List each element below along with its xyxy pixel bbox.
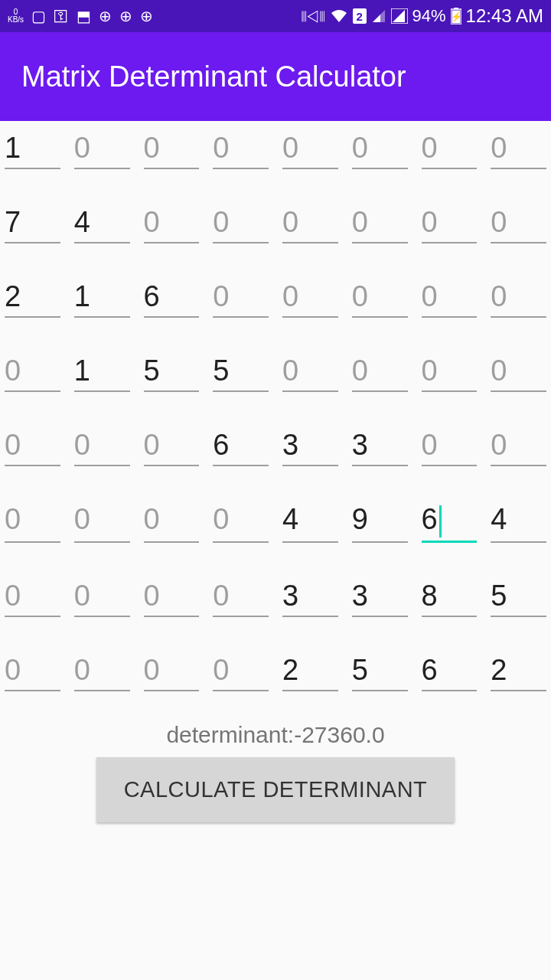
matrix-cell[interactable]: 2 bbox=[491, 649, 546, 691]
matrix-cell[interactable]: 2 bbox=[282, 649, 338, 691]
signal-icon bbox=[371, 8, 386, 24]
network-speed-icon: 0KB/s bbox=[8, 8, 24, 24]
matrix-cell[interactable]: 0 bbox=[5, 575, 60, 617]
matrix-cell[interactable]: 3 bbox=[352, 424, 408, 466]
matrix-cell[interactable]: 5 bbox=[144, 350, 200, 392]
matrix-cell[interactable]: 0 bbox=[213, 276, 269, 318]
matrix-row: 00002562 bbox=[5, 649, 546, 691]
calculate-button[interactable]: CALCULATE DETERMINANT bbox=[96, 757, 455, 822]
matrix-cell[interactable]: 5 bbox=[352, 649, 408, 691]
usb-icon: ⬒ bbox=[77, 7, 91, 25]
plus-circle-icon: ⊕ bbox=[140, 7, 153, 25]
matrix-cell[interactable]: 0 bbox=[213, 649, 269, 691]
matrix-cell[interactable]: 0 bbox=[491, 201, 546, 243]
matrix-cell[interactable]: 0 bbox=[5, 649, 60, 691]
matrix-row: 01550000 bbox=[5, 350, 546, 392]
matrix-cell[interactable]: 0 bbox=[213, 498, 269, 543]
matrix-cell[interactable]: 0 bbox=[282, 201, 338, 243]
sim-icon: 2 bbox=[353, 8, 367, 24]
matrix-cell[interactable]: 1 bbox=[5, 127, 60, 169]
matrix-cell[interactable]: 0 bbox=[144, 575, 200, 617]
matrix-row: 21600000 bbox=[5, 276, 546, 318]
wifi-icon bbox=[330, 8, 348, 24]
signal-icon bbox=[391, 8, 408, 24]
result-area: determinant:-27360.0 CALCULATE DETERMINA… bbox=[0, 722, 551, 822]
matrix-row: 10000000 bbox=[5, 127, 546, 169]
matrix-cell[interactable]: 8 bbox=[422, 575, 478, 617]
matrix-cell[interactable]: 0 bbox=[5, 424, 60, 466]
matrix-cell[interactable]: 0 bbox=[422, 276, 478, 318]
matrix-cell[interactable]: 1 bbox=[74, 350, 130, 392]
matrix-cell[interactable]: 0 bbox=[491, 424, 546, 466]
matrix-cell[interactable]: 7 bbox=[5, 201, 60, 243]
matrix-cell[interactable]: 0 bbox=[352, 201, 408, 243]
matrix-cell[interactable]: 0 bbox=[352, 350, 408, 392]
svg-text:⚡: ⚡ bbox=[451, 11, 461, 22]
matrix-cell[interactable]: 0 bbox=[491, 276, 546, 318]
matrix-grid: 1000000074000000216000000155000000063300… bbox=[0, 121, 551, 730]
matrix-row: 00003385 bbox=[5, 575, 546, 617]
matrix-cell[interactable]: 0 bbox=[144, 127, 200, 169]
clock-text: 12:43 AM bbox=[466, 5, 543, 27]
matrix-cell[interactable]: 0 bbox=[422, 350, 478, 392]
vibrate-icon: ⦀◁⦀ bbox=[301, 8, 325, 25]
matrix-cell[interactable]: 0 bbox=[74, 649, 130, 691]
matrix-cell[interactable]: 3 bbox=[352, 575, 408, 617]
battery-icon: ⚡ bbox=[451, 8, 461, 24]
key-icon: ⚿ bbox=[54, 8, 69, 25]
matrix-cell[interactable]: 4 bbox=[491, 498, 546, 543]
matrix-row: 00004964 bbox=[5, 498, 546, 543]
matrix-cell[interactable]: 0 bbox=[282, 127, 338, 169]
plus-circle-icon: ⊕ bbox=[119, 7, 132, 25]
matrix-cell[interactable]: 0 bbox=[422, 127, 478, 169]
matrix-cell[interactable]: 0 bbox=[74, 575, 130, 617]
matrix-cell[interactable]: 5 bbox=[213, 350, 269, 392]
matrix-cell[interactable]: 0 bbox=[74, 424, 130, 466]
matrix-cell[interactable]: 0 bbox=[144, 649, 200, 691]
plus-circle-icon: ⊕ bbox=[99, 7, 112, 25]
matrix-cell[interactable]: 0 bbox=[213, 575, 269, 617]
matrix-cell[interactable]: 0 bbox=[74, 498, 130, 543]
matrix-cell[interactable]: 0 bbox=[213, 127, 269, 169]
matrix-cell[interactable]: 0 bbox=[74, 127, 130, 169]
matrix-cell[interactable]: 0 bbox=[5, 350, 60, 392]
matrix-cell[interactable]: 4 bbox=[282, 498, 338, 543]
matrix-cell[interactable]: 6 bbox=[213, 424, 269, 466]
matrix-cell[interactable]: 0 bbox=[491, 127, 546, 169]
app-title: Matrix Determinant Calculator bbox=[21, 60, 406, 93]
matrix-cell[interactable]: 3 bbox=[282, 575, 338, 617]
matrix-cell[interactable]: 0 bbox=[144, 498, 200, 543]
matrix-cell[interactable]: 3 bbox=[282, 424, 338, 466]
matrix-cell[interactable]: 6 bbox=[422, 649, 478, 691]
matrix-cell[interactable]: 5 bbox=[491, 575, 546, 617]
status-left: 0KB/s ▢ ⚿ ⬒ ⊕ ⊕ ⊕ bbox=[8, 7, 153, 25]
matrix-cell[interactable]: 4 bbox=[74, 201, 130, 243]
status-bar: 0KB/s ▢ ⚿ ⬒ ⊕ ⊕ ⊕ ⦀◁⦀ 2 94% ⚡ 12:43 AM bbox=[0, 0, 551, 32]
matrix-cell[interactable]: 0 bbox=[5, 498, 60, 543]
matrix-cell[interactable]: 0 bbox=[144, 201, 200, 243]
matrix-cell[interactable]: 0 bbox=[422, 424, 478, 466]
status-right: ⦀◁⦀ 2 94% ⚡ 12:43 AM bbox=[301, 5, 543, 27]
matrix-cell[interactable]: 0 bbox=[491, 350, 546, 392]
result-text: determinant:-27360.0 bbox=[0, 722, 551, 748]
matrix-cell[interactable]: 2 bbox=[5, 276, 60, 318]
matrix-cell[interactable]: 9 bbox=[352, 498, 408, 543]
battery-text: 94% bbox=[412, 6, 446, 26]
matrix-cell[interactable]: 0 bbox=[352, 276, 408, 318]
matrix-cell[interactable]: 0 bbox=[282, 276, 338, 318]
matrix-cell[interactable]: 0 bbox=[352, 127, 408, 169]
matrix-cell[interactable]: 0 bbox=[422, 201, 478, 243]
matrix-row: 00063300 bbox=[5, 424, 546, 466]
matrix-cell[interactable]: 6 bbox=[422, 498, 478, 543]
matrix-cell[interactable]: 1 bbox=[74, 276, 130, 318]
matrix-cell[interactable]: 0 bbox=[144, 424, 200, 466]
app-bar: Matrix Determinant Calculator bbox=[0, 32, 551, 121]
image-icon: ▢ bbox=[31, 7, 46, 25]
matrix-cell[interactable]: 0 bbox=[213, 201, 269, 243]
matrix-row: 74000000 bbox=[5, 201, 546, 243]
matrix-cell[interactable]: 0 bbox=[282, 350, 338, 392]
matrix-cell[interactable]: 6 bbox=[144, 276, 200, 318]
